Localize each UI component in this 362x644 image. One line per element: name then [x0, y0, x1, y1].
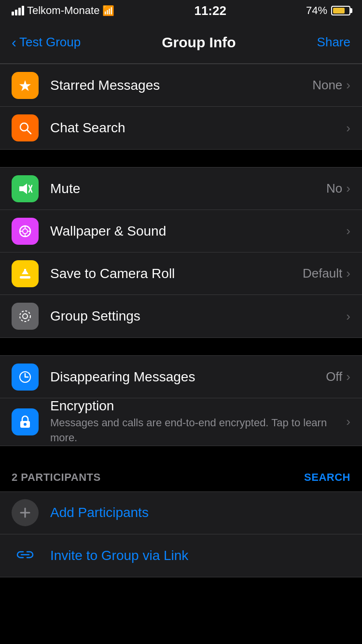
- participants-count: 2 PARTICIPANTS: [12, 471, 101, 484]
- section-participants: Add Participants Invite to Group via Lin…: [0, 491, 362, 577]
- chat-search-row[interactable]: Chat Search ›: [0, 107, 362, 149]
- mute-icon: [12, 175, 39, 202]
- disappearing-messages-icon: [12, 364, 39, 391]
- encryption-icon: [12, 408, 39, 435]
- wallpaper-chevron: ›: [346, 224, 350, 238]
- page-title: Group Info: [162, 34, 236, 51]
- group-settings-label: Group Settings: [50, 308, 346, 324]
- save-camera-roll-label: Save to Camera Roll: [50, 266, 303, 281]
- starred-messages-row[interactable]: Starred Messages None ›: [0, 64, 362, 107]
- disappearing-messages-content: Disappearing Messages: [50, 369, 326, 385]
- section-settings: Mute No › Wallpaper & Sound ›: [0, 167, 362, 338]
- gap-1: [0, 150, 362, 167]
- wifi-icon: 📶: [102, 5, 114, 16]
- save-camera-roll-value: Default ›: [303, 266, 350, 281]
- save-camera-roll-icon: [12, 260, 39, 287]
- gap-3: [0, 446, 362, 463]
- status-right: 74%: [306, 4, 350, 17]
- starred-messages-content: Starred Messages: [50, 78, 312, 93]
- svg-rect-11: [20, 276, 30, 279]
- wallpaper-sound-row[interactable]: Wallpaper & Sound ›: [0, 210, 362, 252]
- chevron-right-icon: ›: [346, 266, 350, 281]
- nav-bar: ‹ Test Group Group Info Share: [0, 21, 362, 64]
- save-camera-roll-row[interactable]: Save to Camera Roll Default ›: [0, 252, 362, 295]
- save-camera-roll-content: Save to Camera Roll: [50, 266, 303, 281]
- battery-icon: [331, 6, 350, 15]
- back-label: Test Group: [19, 35, 81, 50]
- carrier-label: Telkom-Monate: [27, 4, 99, 17]
- participants-search-button[interactable]: SEARCH: [304, 471, 350, 484]
- wallpaper-icon: [12, 218, 39, 245]
- encryption-label: Encryption: [50, 398, 346, 414]
- back-button[interactable]: ‹ Test Group: [12, 34, 81, 51]
- chevron-right-icon: ›: [346, 309, 350, 324]
- svg-point-14: [23, 314, 28, 319]
- status-time: 11:22: [194, 3, 226, 18]
- wallpaper-label: Wallpaper & Sound: [50, 224, 346, 239]
- invite-link-icon: [12, 542, 39, 569]
- mute-value: No ›: [326, 181, 350, 196]
- gap-2: [0, 338, 362, 355]
- chevron-right-icon: ›: [346, 78, 350, 93]
- chat-search-label: Chat Search: [50, 120, 346, 136]
- svg-rect-13: [24, 269, 26, 274]
- encryption-chevron: ›: [346, 414, 350, 429]
- participants-header: 2 PARTICIPANTS SEARCH: [0, 463, 362, 491]
- chevron-right-icon: ›: [346, 181, 350, 196]
- chat-search-content: Chat Search: [50, 120, 346, 136]
- invite-via-link-row[interactable]: Invite to Group via Link: [0, 534, 362, 577]
- chevron-right-icon: ›: [346, 414, 350, 429]
- add-participants-row[interactable]: Add Participants: [0, 492, 362, 534]
- group-settings-row[interactable]: Group Settings ›: [0, 295, 362, 337]
- signal-icon: [12, 6, 24, 15]
- chevron-right-icon: ›: [346, 121, 350, 136]
- group-settings-content: Group Settings: [50, 308, 346, 324]
- mute-label: Mute: [50, 181, 326, 196]
- section-messages: Starred Messages None › Chat Search ›: [0, 64, 362, 150]
- add-participants-label: Add Participants: [50, 505, 149, 520]
- status-left: Telkom-Monate 📶: [12, 4, 114, 17]
- share-button[interactable]: Share: [317, 35, 350, 50]
- encryption-content: Encryption Messages and calls are end-to…: [50, 398, 346, 446]
- group-settings-icon: [12, 303, 39, 330]
- section-privacy: Disappearing Messages Off › Encryption M…: [0, 355, 362, 446]
- starred-messages-icon: [12, 72, 39, 99]
- svg-point-15: [20, 311, 30, 322]
- group-settings-chevron: ›: [346, 309, 350, 324]
- add-participants-icon: [12, 499, 39, 526]
- mute-content: Mute: [50, 181, 326, 196]
- svg-point-18: [24, 423, 27, 426]
- encryption-sublabel: Messages and calls are end-to-end encryp…: [50, 416, 346, 446]
- chat-search-chevron: ›: [346, 121, 350, 136]
- svg-line-1: [27, 130, 31, 134]
- disappearing-messages-row[interactable]: Disappearing Messages Off ›: [0, 356, 362, 398]
- mute-row[interactable]: Mute No ›: [0, 168, 362, 210]
- invite-via-link-label: Invite to Group via Link: [50, 548, 188, 563]
- svg-marker-2: [19, 183, 27, 194]
- encryption-row[interactable]: Encryption Messages and calls are end-to…: [0, 398, 362, 446]
- battery-percentage: 74%: [306, 4, 327, 17]
- status-bar: Telkom-Monate 📶 11:22 74%: [0, 0, 362, 21]
- svg-point-6: [23, 229, 28, 234]
- chat-search-icon: [12, 114, 39, 141]
- wallpaper-content: Wallpaper & Sound: [50, 224, 346, 239]
- disappearing-messages-label: Disappearing Messages: [50, 369, 326, 385]
- back-chevron-icon: ‹: [12, 34, 16, 51]
- chevron-right-icon: ›: [346, 224, 350, 238]
- disappearing-messages-value: Off ›: [326, 369, 350, 384]
- chevron-right-icon: ›: [346, 369, 350, 384]
- starred-messages-value: None ›: [312, 78, 350, 93]
- starred-messages-label: Starred Messages: [50, 78, 312, 93]
